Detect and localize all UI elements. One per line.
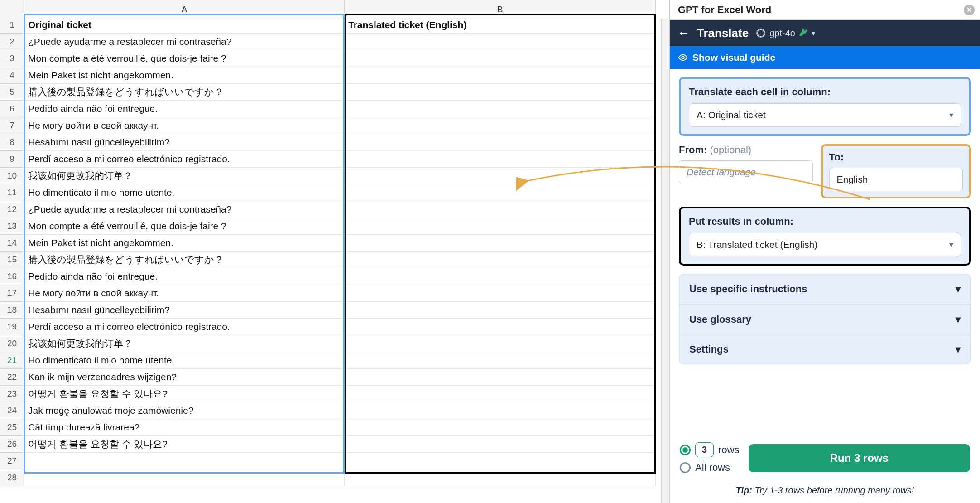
row-header[interactable]: 26 (0, 436, 24, 453)
cell[interactable] (345, 469, 656, 486)
cell[interactable] (345, 184, 656, 201)
cell[interactable]: Не могу войти в свой аккаунт. (24, 117, 345, 134)
cell[interactable]: 我该如何更改我的订单？ (24, 335, 345, 352)
run-button[interactable]: Run 3 rows (749, 444, 970, 472)
cell[interactable]: Perdí acceso a mi correo electrónico reg… (24, 319, 345, 335)
row-header[interactable]: 10 (0, 168, 24, 184)
row-header[interactable]: 5 (0, 84, 24, 101)
row-header[interactable]: 6 (0, 101, 24, 117)
row-header[interactable]: 1 (0, 17, 24, 34)
row-header[interactable]: 19 (0, 319, 24, 335)
from-language-input[interactable]: Detect language (679, 160, 813, 184)
cell[interactable] (345, 386, 656, 402)
row-header[interactable]: 21 (0, 352, 24, 369)
row-header[interactable]: 17 (0, 285, 24, 302)
row-header[interactable]: 4 (0, 67, 24, 84)
cell[interactable]: Mon compte a été verrouillé, que dois-je… (24, 50, 345, 67)
column-header-a[interactable]: A (24, 0, 345, 19)
cell[interactable]: ¿Puede ayudarme a restablecer mi contras… (24, 34, 345, 50)
row-header[interactable]: 28 (0, 469, 24, 486)
cell[interactable] (345, 168, 656, 184)
cell[interactable]: Hesabımı nasıl güncelleyebilirim? (24, 302, 345, 319)
row-header[interactable]: 27 (0, 453, 24, 469)
back-arrow-icon[interactable]: ← (677, 26, 690, 40)
row-header[interactable]: 22 (0, 369, 24, 386)
cell[interactable]: Perdí acceso a mi correo electrónico reg… (24, 151, 345, 168)
cell[interactable]: Mon compte a été verrouillé, que dois-je… (24, 218, 345, 235)
cell[interactable] (345, 151, 656, 168)
row-header[interactable]: 24 (0, 402, 24, 419)
row-header[interactable]: 8 (0, 134, 24, 151)
accordion-glossary[interactable]: Use glossary ▾ (679, 304, 970, 334)
cell[interactable]: Mein Paket ist nicht angekommen. (24, 235, 345, 252)
cell[interactable]: 어떻게 환불을 요청할 수 있나요? (24, 436, 345, 453)
cell[interactable]: 購入後の製品登録をどうすればいいですか？ (24, 84, 345, 101)
vertical-scrollbar[interactable] (661, 19, 669, 503)
row-header[interactable]: 7 (0, 117, 24, 134)
close-panel-button[interactable]: ✕ (964, 5, 975, 15)
row-header[interactable]: 14 (0, 235, 24, 252)
cell[interactable] (345, 50, 656, 67)
row-header[interactable]: 16 (0, 268, 24, 285)
cell[interactable]: Jak mogę anulować moje zamówienie? (24, 402, 345, 419)
cell[interactable]: Kan ik mijn verzendadres wijzigen? (24, 369, 345, 386)
row-header[interactable]: 9 (0, 151, 24, 168)
row-header[interactable]: 12 (0, 201, 24, 218)
row-header[interactable]: 18 (0, 302, 24, 319)
cell[interactable] (24, 469, 345, 486)
cell[interactable]: Translated ticket (English) (345, 17, 656, 34)
source-column-select[interactable]: A: Original ticket ▾ (689, 103, 961, 127)
cell[interactable] (345, 436, 656, 453)
cell[interactable] (345, 285, 656, 302)
row-header[interactable]: 13 (0, 218, 24, 235)
cell[interactable]: 購入後の製品登録をどうすればいいですか？ (24, 252, 345, 268)
dest-column-select[interactable]: B: Translated ticket (English) ▾ (689, 233, 961, 256)
cell[interactable] (345, 218, 656, 235)
visual-guide-bar[interactable]: Show visual guide (670, 46, 980, 69)
row-header[interactable]: 3 (0, 50, 24, 67)
cell[interactable] (345, 201, 656, 218)
cell[interactable] (345, 369, 656, 386)
cell[interactable]: Hesabımı nasıl güncelleyebilirim? (24, 134, 345, 151)
cell[interactable]: Не могу войти в свой аккаунт. (24, 285, 345, 302)
cell[interactable] (345, 134, 656, 151)
cell[interactable] (345, 352, 656, 369)
row-header[interactable]: 2 (0, 34, 24, 50)
cell[interactable] (345, 252, 656, 268)
accordion-settings[interactable]: Settings ▾ (679, 334, 970, 364)
all-rows-radio[interactable]: All rows (680, 462, 740, 474)
select-all-corner[interactable] (0, 0, 24, 19)
cell[interactable] (345, 101, 656, 117)
row-header[interactable]: 11 (0, 184, 24, 201)
column-header-b[interactable]: B (345, 0, 656, 19)
cell[interactable] (345, 34, 656, 50)
cell[interactable]: Pedido ainda não foi entregue. (24, 101, 345, 117)
cell[interactable]: Ho dimenticato il mio nome utente. (24, 184, 345, 201)
cell[interactable] (24, 453, 345, 469)
cell[interactable]: 어떻게 환불을 요청할 수 있나요? (24, 386, 345, 402)
row-header[interactable]: 15 (0, 252, 24, 268)
accordion-specific-instructions[interactable]: Use specific instructions ▾ (679, 274, 970, 304)
row-header[interactable]: 20 (0, 335, 24, 352)
cell[interactable]: Original ticket (24, 17, 345, 34)
cell[interactable]: ¿Puede ayudarme a restablecer mi contras… (24, 201, 345, 218)
cell[interactable] (345, 402, 656, 419)
cell[interactable] (345, 453, 656, 469)
cell[interactable] (345, 67, 656, 84)
cell[interactable] (345, 235, 656, 252)
cell[interactable] (345, 419, 656, 436)
cell[interactable]: Mein Paket ist nicht angekommen. (24, 67, 345, 84)
cell[interactable] (345, 302, 656, 319)
cell[interactable] (345, 319, 656, 335)
to-language-input[interactable]: English (829, 168, 963, 191)
row-header[interactable]: 23 (0, 386, 24, 402)
spreadsheet[interactable]: AB1Original ticketTranslated ticket (Eng… (0, 0, 669, 503)
cell[interactable] (345, 335, 656, 352)
cell[interactable]: Cât timp durează livrarea? (24, 419, 345, 436)
rows-count-chip[interactable]: 3 (695, 442, 714, 457)
rows-count-radio[interactable]: 3 rows (680, 442, 740, 457)
cell[interactable] (345, 268, 656, 285)
cell[interactable]: 我该如何更改我的订单？ (24, 168, 345, 184)
cell[interactable]: Ho dimenticato il mio nome utente. (24, 352, 345, 369)
cell[interactable] (345, 117, 656, 134)
